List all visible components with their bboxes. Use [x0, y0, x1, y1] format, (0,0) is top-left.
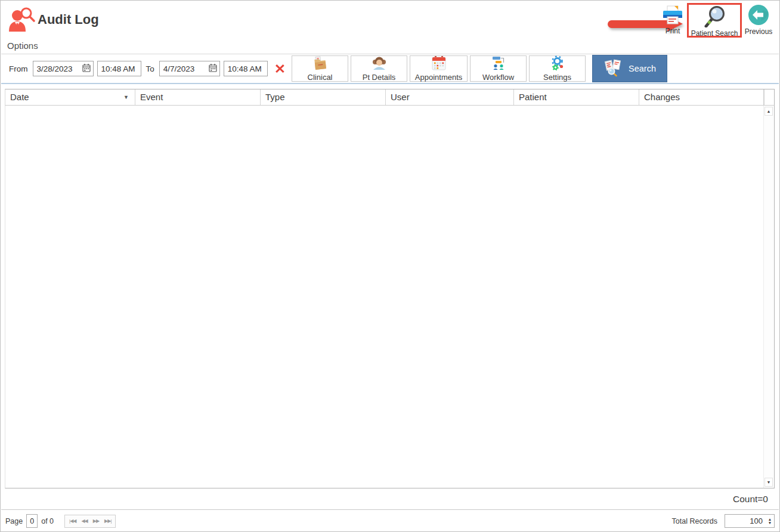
from-date-input[interactable] — [36, 64, 82, 73]
printer-icon — [659, 5, 686, 27]
appointments-button[interactable]: Appointments — [410, 55, 468, 82]
sort-caret-icon[interactable]: ▼ — [123, 89, 129, 105]
clinical-button[interactable]: Clinical — [292, 55, 348, 82]
spin-down-icon[interactable]: ▼ — [768, 521, 772, 525]
page-navigation: |◀◀ ◀◀ ▶▶ ▶▶| — [64, 515, 116, 528]
settings-button[interactable]: Settings — [529, 55, 586, 82]
count-text: Count=0 — [733, 494, 768, 504]
table-header-row: Date ▼ Event Type User Patient Changes — [5, 89, 775, 106]
vertical-scrollbar[interactable]: ▲ ▼ — [763, 106, 774, 488]
to-time-input[interactable] — [227, 64, 265, 73]
workflow-button[interactable]: Workflow — [470, 55, 527, 82]
last-page-button[interactable]: ▶▶| — [104, 515, 111, 527]
print-label: Print — [666, 27, 680, 35]
menu-options[interactable]: Options — [1, 38, 44, 54]
clear-dates-icon[interactable]: ✕ — [274, 61, 286, 76]
calendar-icon[interactable] — [82, 63, 91, 75]
page-of-label: of 0 — [41, 517, 54, 525]
column-header-patient[interactable]: Patient — [514, 89, 639, 105]
from-time-field[interactable] — [97, 61, 141, 76]
pt-details-label: Pt Details — [363, 73, 396, 82]
documents-magnifier-icon — [603, 59, 623, 79]
audit-log-app-icon — [8, 7, 36, 33]
menu-bar: Options — [1, 38, 779, 54]
magnifier-icon — [689, 5, 740, 29]
flowchart-people-icon — [491, 55, 506, 72]
workflow-label: Workflow — [482, 73, 514, 82]
spinner-arrows: ▲ ▼ — [766, 515, 774, 527]
left-arrow-circle-icon — [742, 4, 775, 27]
window-header: Audit Log Print — [1, 1, 779, 38]
folder-icon — [312, 55, 328, 72]
from-label: From — [9, 64, 28, 73]
print-button[interactable]: Print — [659, 5, 686, 35]
column-header-changes[interactable]: Changes — [639, 89, 764, 105]
scroll-up-button[interactable]: ▲ — [764, 107, 773, 116]
calendar-grid-icon — [431, 55, 447, 72]
scroll-down-button[interactable]: ▼ — [764, 478, 773, 487]
count-row: Count=0 — [1, 488, 779, 510]
clinical-label: Clinical — [308, 73, 333, 82]
audit-log-window: Audit Log Print — [0, 0, 780, 532]
settings-label: Settings — [543, 73, 571, 82]
to-label: To — [146, 64, 154, 73]
patient-search-button[interactable]: Patient Search — [687, 3, 742, 38]
total-records-spinner[interactable]: ▲ ▼ — [725, 514, 775, 528]
total-records-label: Total Records — [672, 517, 717, 525]
column-header-type[interactable]: Type — [261, 89, 386, 105]
pt-details-button[interactable]: Pt Details — [351, 55, 407, 82]
to-date-field[interactable] — [159, 61, 220, 76]
from-date-field[interactable] — [33, 61, 94, 76]
status-bar: Page of 0 |◀◀ ◀◀ ▶▶ ▶▶| Total Records ▲ … — [1, 511, 779, 531]
header-scrollbar-spacer — [764, 89, 774, 105]
appointments-label: Appointments — [415, 73, 463, 82]
page-label: Page — [5, 517, 23, 525]
column-header-user[interactable]: User — [386, 89, 514, 105]
previous-page-button[interactable]: ◀◀ — [81, 515, 87, 527]
search-button[interactable]: Search — [592, 55, 667, 82]
search-label: Search — [629, 64, 656, 73]
gears-icon — [550, 55, 565, 72]
total-records-input[interactable] — [725, 515, 766, 527]
column-header-event[interactable]: Event — [135, 89, 261, 105]
audit-log-table: Date ▼ Event Type User Patient Changes ▲ — [5, 89, 775, 488]
from-time-input[interactable] — [100, 64, 138, 73]
calendar-icon[interactable] — [209, 63, 217, 75]
patient-search-label: Patient Search — [691, 29, 738, 38]
to-time-field[interactable] — [224, 61, 268, 76]
page-number-input[interactable] — [26, 514, 38, 528]
person-icon — [372, 55, 387, 72]
filter-bar: From To — [1, 54, 779, 84]
previous-button[interactable]: Previous — [742, 4, 775, 36]
page-title: Audit Log — [38, 12, 99, 27]
table-body-empty: ▲ ▼ — [5, 106, 775, 488]
column-header-date[interactable]: Date ▼ — [5, 89, 135, 105]
to-date-input[interactable] — [162, 64, 209, 73]
first-page-button[interactable]: |◀◀ — [69, 515, 76, 527]
next-page-button[interactable]: ▶▶ — [93, 515, 99, 527]
previous-label: Previous — [745, 27, 773, 36]
